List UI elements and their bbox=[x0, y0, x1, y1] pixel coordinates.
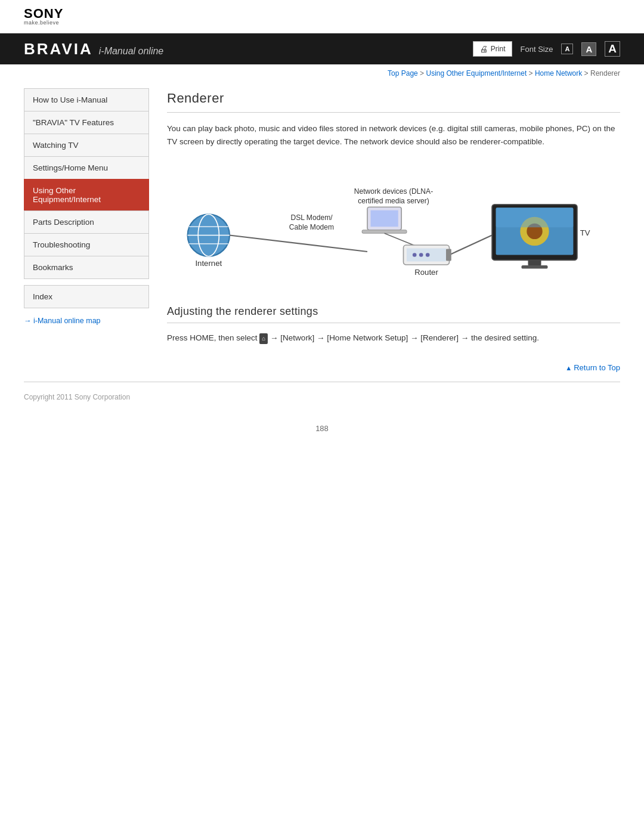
svg-point-19 bbox=[426, 253, 430, 257]
svg-line-6 bbox=[230, 236, 367, 252]
svg-rect-27 bbox=[528, 260, 541, 265]
page-number: 188 bbox=[0, 412, 644, 439]
intro-text: You can play back photo, music and video… bbox=[167, 122, 620, 148]
sidebar-item-settings-home[interactable]: Settings/Home Menu bbox=[24, 156, 149, 179]
svg-rect-26 bbox=[496, 208, 574, 227]
breadcrumb-home-network[interactable]: Home Network bbox=[535, 69, 582, 78]
content-area: Renderer You can play back photo, music … bbox=[167, 88, 620, 382]
diagram-svg: Internet DSL Modem/ Cable Modem Network … bbox=[167, 160, 620, 291]
breadcrumb-sep3: > bbox=[582, 69, 590, 78]
font-medium-button[interactable]: A bbox=[581, 42, 596, 56]
main-layout: How to Use i-Manual "BRAVIA" TV Features… bbox=[0, 88, 644, 382]
font-large-button[interactable]: A bbox=[605, 41, 620, 57]
svg-text:certified media server): certified media server) bbox=[358, 197, 429, 205]
network-diagram: Internet DSL Modem/ Cable Modem Network … bbox=[167, 160, 620, 291]
svg-line-21 bbox=[450, 236, 493, 255]
breadcrumb: Top Page > Using Other Equipment/Interne… bbox=[0, 64, 644, 82]
sidebar-item-troubleshooting[interactable]: Troubleshooting bbox=[24, 233, 149, 256]
font-size-label: Font Size bbox=[521, 45, 553, 54]
page-title: Renderer bbox=[167, 91, 620, 113]
svg-point-17 bbox=[413, 253, 417, 257]
return-to-top: Return to Top bbox=[167, 363, 620, 382]
sony-tagline: make.believe bbox=[24, 20, 620, 26]
font-small-button[interactable]: A bbox=[561, 44, 573, 54]
sidebar-online-map-link[interactable]: i-Manual online map bbox=[24, 317, 149, 325]
bravia-right-controls: 🖨 Print Font Size A A A bbox=[473, 41, 620, 57]
bravia-subtitle: i-Manual online bbox=[99, 46, 164, 57]
sidebar-index[interactable]: Index bbox=[24, 285, 149, 308]
sony-logo: SONY make.believe bbox=[24, 7, 620, 26]
copyright-text: Copyright 2011 Sony Corporation bbox=[24, 393, 130, 401]
svg-text:Network devices (DLNA-: Network devices (DLNA- bbox=[354, 187, 433, 196]
section-text: Press HOME, then select ⌂ → [Network] → … bbox=[167, 332, 620, 345]
svg-text:Internet: Internet bbox=[195, 259, 222, 268]
sony-text: SONY bbox=[24, 7, 620, 20]
sidebar-item-how-to-use[interactable]: How to Use i-Manual bbox=[24, 88, 149, 111]
breadcrumb-top-page[interactable]: Top Page bbox=[388, 69, 418, 78]
breadcrumb-current: Renderer bbox=[590, 69, 620, 78]
section-heading: Adjusting the renderer settings bbox=[167, 305, 620, 323]
svg-rect-12 bbox=[371, 210, 398, 227]
svg-rect-13 bbox=[362, 230, 407, 234]
home-icon: ⌂ bbox=[259, 333, 268, 344]
footer: Copyright 2011 Sony Corporation bbox=[0, 382, 644, 412]
svg-rect-28 bbox=[522, 265, 548, 269]
logo-bar: SONY make.believe bbox=[0, 0, 644, 33]
bravia-title: BRAVIA i-Manual online bbox=[24, 40, 163, 58]
svg-point-18 bbox=[419, 253, 423, 257]
bravia-bar: BRAVIA i-Manual online 🖨 Print Font Size… bbox=[0, 33, 644, 64]
breadcrumb-sep1: > bbox=[418, 69, 426, 78]
sidebar: How to Use i-Manual "BRAVIA" TV Features… bbox=[24, 88, 149, 382]
breadcrumb-using-other[interactable]: Using Other Equipment/Internet bbox=[426, 69, 527, 78]
sidebar-item-bookmarks[interactable]: Bookmarks bbox=[24, 256, 149, 279]
print-button[interactable]: 🖨 Print bbox=[473, 41, 512, 57]
sidebar-item-watching-tv[interactable]: Watching TV bbox=[24, 134, 149, 156]
print-icon: 🖨 bbox=[479, 44, 488, 54]
svg-text:TV: TV bbox=[580, 228, 590, 237]
svg-text:Router: Router bbox=[414, 268, 438, 277]
sidebar-item-bravia-features[interactable]: "BRAVIA" TV Features bbox=[24, 111, 149, 134]
bravia-word: BRAVIA bbox=[24, 40, 93, 58]
sidebar-item-using-other[interactable]: Using Other Equipment/Internet bbox=[24, 179, 149, 210]
breadcrumb-sep2: > bbox=[527, 69, 535, 78]
print-label: Print bbox=[491, 45, 506, 53]
svg-text:DSL Modem/: DSL Modem/ bbox=[290, 213, 333, 222]
sidebar-item-parts-description[interactable]: Parts Description bbox=[24, 210, 149, 233]
svg-text:Cable Modem: Cable Modem bbox=[289, 223, 334, 231]
svg-rect-30 bbox=[446, 249, 451, 261]
return-to-top-link[interactable]: Return to Top bbox=[565, 363, 620, 372]
